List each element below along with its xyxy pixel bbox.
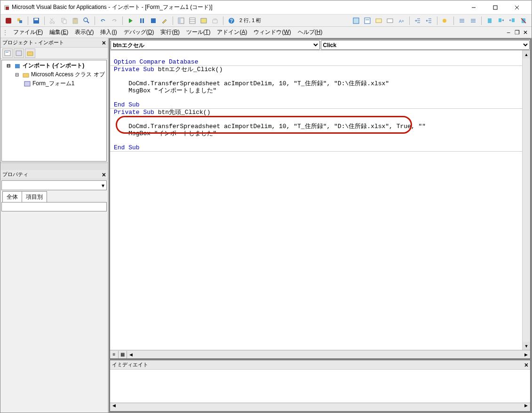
close-button[interactable] xyxy=(506,1,528,14)
toolbox-button[interactable] xyxy=(210,16,220,26)
menu-window[interactable]: ウィンドウ(W) xyxy=(250,27,294,38)
project-scrollbar[interactable] xyxy=(0,162,108,170)
mdi-minimize-button[interactable]: – xyxy=(504,29,513,36)
svg-rect-6 xyxy=(6,18,11,24)
toggle-folders-button[interactable] xyxy=(25,49,35,58)
complete-word-button[interactable]: A+ xyxy=(396,16,406,26)
paste-button[interactable] xyxy=(70,16,80,26)
menu-insert[interactable]: 挿入(I) xyxy=(97,27,120,38)
full-module-view-button[interactable]: ▦ xyxy=(119,351,127,358)
project-explorer-close-button[interactable]: × xyxy=(102,39,106,47)
insert-module-button[interactable] xyxy=(15,16,25,26)
properties-tab-alphabetic[interactable]: 全体 xyxy=(2,191,22,202)
find-button[interactable] xyxy=(81,16,92,26)
indent-button[interactable] xyxy=(413,16,423,26)
immediate-body[interactable] xyxy=(110,370,530,403)
comment-block-button[interactable] xyxy=(457,16,467,26)
menu-tools[interactable]: ツール(T) xyxy=(183,27,214,38)
class-folder-label: Microsoft Access クラス オブ xyxy=(31,71,105,79)
redo-button[interactable] xyxy=(109,16,119,26)
outdent-button[interactable] xyxy=(424,16,434,26)
list-constants-button[interactable] xyxy=(362,16,373,26)
svg-rect-10 xyxy=(34,18,38,20)
svg-rect-21 xyxy=(151,18,156,23)
svg-rect-60 xyxy=(24,81,30,86)
copy-button[interactable] xyxy=(59,16,69,26)
break-button[interactable] xyxy=(137,16,147,26)
project-explorer: プロジェクト - インポート × ⊟ インポート (インポート) ⊟ Micro… xyxy=(0,38,108,170)
project-tree[interactable]: ⊟ インポート (インポート) ⊟ Microsoft Access クラス オ… xyxy=(1,60,107,162)
object-combo[interactable]: btnエクセル xyxy=(111,40,320,50)
project-root-label: インポート (インポート) xyxy=(23,62,84,70)
svg-rect-8 xyxy=(19,20,22,23)
undo-button[interactable] xyxy=(98,16,108,26)
view-object-button[interactable] xyxy=(14,49,24,58)
design-mode-button[interactable] xyxy=(159,16,170,26)
svg-rect-20 xyxy=(143,18,144,23)
mdi-close-button[interactable]: ✕ xyxy=(521,29,530,36)
menu-debug[interactable]: デバッグ(D) xyxy=(120,27,158,38)
run-button[interactable] xyxy=(126,16,136,26)
project-root-node[interactable]: ⊟ インポート (インポート) xyxy=(3,61,105,70)
vertical-scrollbar[interactable]: ▲▼ xyxy=(522,50,530,350)
svg-text:A+: A+ xyxy=(399,19,404,24)
properties-button[interactable] xyxy=(187,16,198,26)
code-navigator: btnエクセル Click xyxy=(110,40,530,50)
svg-rect-1 xyxy=(6,7,9,10)
title-bar: Microsoft Visual Basic for Applications … xyxy=(0,0,532,15)
menu-view[interactable]: 表示(V) xyxy=(71,27,97,38)
project-icon xyxy=(14,63,21,69)
list-properties-button[interactable] xyxy=(351,16,361,26)
cut-button[interactable] xyxy=(48,16,58,26)
code-line: End Sub xyxy=(114,101,140,108)
immediate-close-button[interactable]: × xyxy=(524,361,528,369)
svg-rect-49 xyxy=(488,18,492,23)
code-line: MsgBox "インポートしました" xyxy=(114,130,216,137)
menu-edit[interactable]: 編集(E) xyxy=(46,27,71,38)
access-view-button[interactable] xyxy=(3,16,14,26)
expand-icon[interactable]: ⊟ xyxy=(13,72,21,78)
svg-point-12 xyxy=(53,22,55,24)
bookmark-button[interactable] xyxy=(484,16,495,26)
reset-button[interactable] xyxy=(148,16,159,26)
parameter-info-button[interactable] xyxy=(385,16,395,26)
project-toolbar xyxy=(0,48,108,59)
properties-window: プロパティ × ▾ 全体 項目別 xyxy=(0,170,108,212)
svg-rect-14 xyxy=(63,20,66,24)
menu-grip-icon: ⋮ xyxy=(2,29,8,36)
standard-toolbar: ? 2 行, 1 桁 A+ xyxy=(0,15,532,27)
code-editor[interactable]: Option Compare Database Private Sub btnエ… xyxy=(110,50,530,350)
menu-run[interactable]: 実行(R) xyxy=(157,27,183,38)
menu-help[interactable]: ヘルプ(H) xyxy=(294,27,326,38)
class-folder-node[interactable]: ⊟ Microsoft Access クラス オブ xyxy=(3,70,105,79)
view-code-button[interactable] xyxy=(2,49,13,58)
next-bookmark-button[interactable] xyxy=(496,16,506,26)
project-explorer-button[interactable] xyxy=(176,16,186,26)
maximize-button[interactable] xyxy=(484,1,506,14)
properties-object-select[interactable]: ▾ xyxy=(1,180,107,190)
help-button[interactable]: ? xyxy=(226,16,237,26)
immediate-scrollbar[interactable]: ◀▶ xyxy=(110,403,530,411)
object-browser-button[interactable] xyxy=(199,16,209,26)
menu-addins[interactable]: アドイン(A) xyxy=(214,27,250,38)
procedure-combo[interactable]: Click xyxy=(321,40,530,50)
breakpoint-button[interactable] xyxy=(440,16,451,26)
properties-tab-categorized[interactable]: 項目別 xyxy=(22,191,47,202)
mdi-restore-button[interactable]: ❐ xyxy=(513,29,521,36)
horizontal-scrollbar[interactable]: ◀▶ xyxy=(127,352,530,357)
uncomment-block-button[interactable] xyxy=(468,16,478,26)
prev-bookmark-button[interactable] xyxy=(507,16,517,26)
svg-rect-24 xyxy=(190,18,195,24)
svg-rect-19 xyxy=(140,18,142,23)
procedure-view-button[interactable]: ≡ xyxy=(110,351,119,358)
menu-file[interactable]: ファイル(F) xyxy=(10,27,46,38)
expand-icon[interactable]: ⊟ xyxy=(5,63,12,69)
svg-point-11 xyxy=(50,22,52,24)
properties-close-button[interactable]: × xyxy=(102,171,106,178)
minimize-button[interactable] xyxy=(463,1,484,14)
form-module-node[interactable]: Form_フォーム1 xyxy=(3,79,105,88)
properties-grid[interactable] xyxy=(1,202,107,211)
save-button[interactable] xyxy=(31,16,41,26)
quick-info-button[interactable] xyxy=(373,16,384,26)
clear-bookmarks-button[interactable] xyxy=(518,16,529,26)
